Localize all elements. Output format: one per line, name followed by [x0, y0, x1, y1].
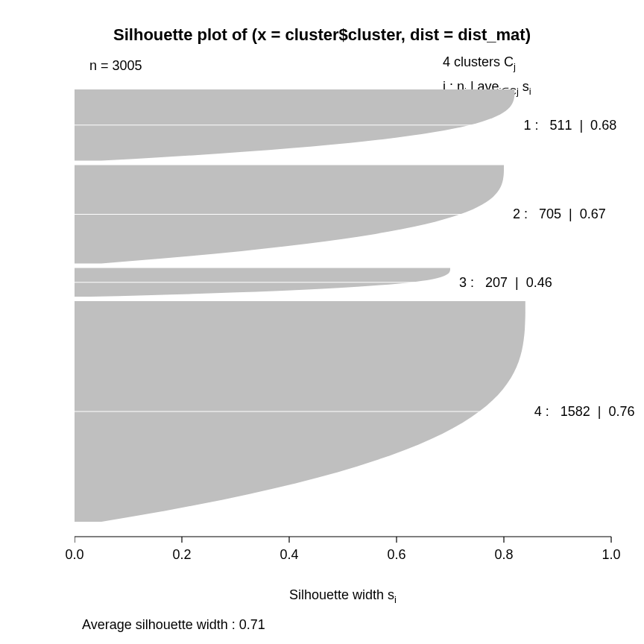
x-tick-label: 0.8 — [494, 547, 513, 563]
x-tick-label: 0.4 — [280, 547, 298, 563]
subscript-j: j — [514, 61, 516, 72]
cluster-2-label: 2 : 705 | 0.67 — [513, 206, 606, 222]
cluster-3-label: 3 : 207 | 0.46 — [459, 275, 552, 291]
cluster-1-label: 1 : 511 | 0.68 — [523, 118, 616, 133]
n-label: n = 3005 — [89, 58, 142, 74]
x-tick-label: 0.0 — [65, 547, 83, 563]
x-axis-label-text: Silhouette width s — [289, 587, 394, 602]
clusters-header-text: 4 clusters C — [443, 54, 514, 69]
silhouette-svg — [75, 89, 626, 566]
x-tick-label: 1.0 — [602, 547, 620, 563]
average-silhouette-footer: Average silhouette width : 0.71 — [82, 617, 265, 633]
x-axis-label-sub: i — [394, 594, 397, 605]
clusters-header-line1: 4 clusters Cj — [443, 52, 614, 77]
x-tick-label: 0.6 — [387, 547, 405, 563]
cluster-4-label: 4 : 1582 | 0.76 — [534, 404, 635, 420]
x-tick-label: 0.2 — [172, 547, 191, 563]
plot-title: Silhouette plot of (x = cluster$cluster,… — [0, 25, 644, 45]
x-axis-label: Silhouette width si — [75, 587, 611, 605]
silhouette-plot-page: Silhouette plot of (x = cluster$cluster,… — [0, 0, 644, 644]
